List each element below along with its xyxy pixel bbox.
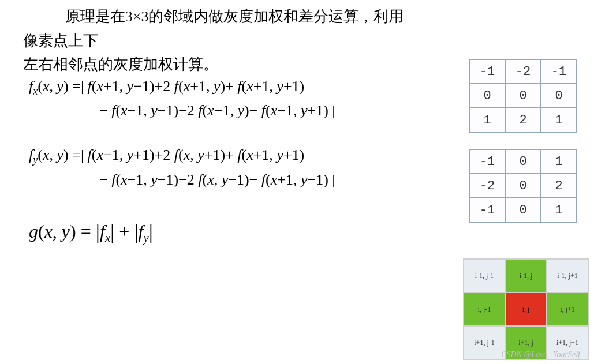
kernel-cell: 2 bbox=[541, 174, 577, 198]
neighbor-cell: i, j-1 bbox=[464, 292, 505, 326]
equation-g: g(x, y) = |fx| + |fy| bbox=[29, 220, 404, 245]
kernel-cell: 0 bbox=[541, 84, 577, 108]
kernel-cell: -1 bbox=[469, 198, 505, 222]
intro-line2: 左右相邻点的灰度加权计算。 bbox=[23, 52, 407, 77]
kernel-cell: 0 bbox=[505, 84, 541, 108]
kernel-cell: -1 bbox=[469, 149, 505, 174]
kernel-cell: 1 bbox=[541, 149, 577, 174]
watermark: CSDN @Love _YourSelf bbox=[501, 350, 580, 359]
equation-fx-line2: − f(x−1, y−1)−2 f(x−1, y)− f(x−1, y+1) | bbox=[29, 99, 404, 122]
intro-line1: 原理是在3×3的邻域内做灰度加权和差分运算，利用像素点上下 bbox=[23, 5, 407, 52]
sobel-kernel-y: -1 0 1 -2 0 2 -1 0 1 bbox=[469, 149, 577, 223]
neighbor-cell: i-1, j bbox=[505, 259, 547, 292]
kernel-cell: -1 bbox=[541, 59, 577, 84]
kernel-cell: -2 bbox=[505, 59, 541, 84]
equation-fy-line2: − f(x−1, y−1)−2 f(x, y−1)− f(x+1, y−1) | bbox=[29, 168, 404, 191]
intro-paragraph: 原理是在3×3的邻域内做灰度加权和差分运算，利用像素点上下 左右相邻点的灰度加权… bbox=[23, 5, 407, 77]
sobel-kernel-x: -1 -2 -1 0 0 0 1 2 1 bbox=[469, 59, 577, 133]
kernel-cell: 0 bbox=[505, 198, 541, 222]
kernel-cell: 1 bbox=[469, 108, 505, 132]
kernel-cell: -1 bbox=[469, 59, 505, 84]
equation-fy: fy(x, y) =| f(x−1, y+1)+2 f(x, y+1)+ f(x… bbox=[29, 144, 404, 190]
kernel-cell: 0 bbox=[505, 149, 541, 174]
kernel-cell: 1 bbox=[541, 198, 577, 222]
kernel-cell: 0 bbox=[469, 84, 505, 108]
neighbor-cell: i-1, j+1 bbox=[547, 259, 588, 292]
kernel-cell: 1 bbox=[541, 108, 577, 132]
equation-fy-line1: fy(x, y) =| f(x−1, y+1)+2 f(x, y+1)+ f(x… bbox=[29, 144, 404, 168]
kernel-cell: 0 bbox=[505, 174, 541, 198]
neighbor-cell: i+1, j-1 bbox=[464, 326, 505, 359]
equation-fx: fx(x, y) =| f(x+1, y−1)+2 f(x+1, y)+ f(x… bbox=[29, 75, 404, 122]
kernel-cell: 2 bbox=[505, 108, 541, 132]
neighbor-cell: i-1, j-1 bbox=[464, 259, 505, 292]
math-block: fx(x, y) =| f(x+1, y−1)+2 f(x+1, y)+ f(x… bbox=[29, 75, 404, 245]
neighbor-cell: i, j+1 bbox=[547, 292, 588, 326]
neighbor-grid: i-1, j-1 i-1, j i-1, j+1 i, j-1 i, j i, … bbox=[463, 258, 589, 360]
kernel-cell: -2 bbox=[469, 174, 505, 198]
equation-fx-line1: fx(x, y) =| f(x+1, y−1)+2 f(x+1, y)+ f(x… bbox=[29, 75, 404, 99]
neighbor-cell-center: i, j bbox=[505, 292, 547, 326]
